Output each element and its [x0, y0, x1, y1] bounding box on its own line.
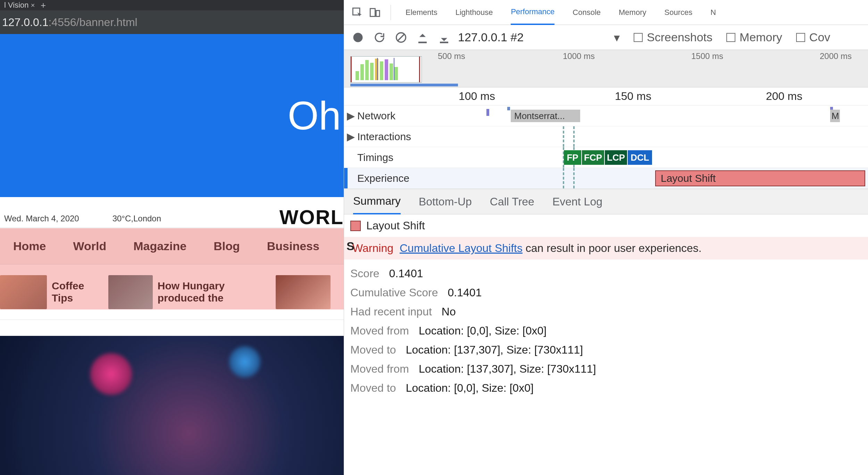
- kv-key: Score: [350, 267, 379, 280]
- tab-title: l Vision: [4, 1, 29, 10]
- ruler-tick: 200 ms: [766, 90, 802, 103]
- tab-call-tree[interactable]: Call Tree: [490, 189, 534, 214]
- checkbox-icon: [634, 33, 643, 42]
- nav-more[interactable]: S: [347, 239, 354, 253]
- cls-link[interactable]: Cumulative Layout Shifts: [400, 242, 523, 254]
- close-icon[interactable]: ×: [31, 1, 35, 9]
- summary-panel: Layout Shift Warning Cumulative Layout S…: [344, 214, 868, 475]
- network-row[interactable]: ▶ Network Montserrat... M: [344, 105, 868, 126]
- network-item[interactable]: Montserrat...: [511, 110, 580, 122]
- kv-val: 0.1401: [389, 267, 423, 280]
- ticker-thumb: [0, 275, 47, 309]
- tab-more[interactable]: N: [710, 0, 716, 25]
- ticker-title: How Hungary produced the: [158, 280, 267, 304]
- ticker-item[interactable]: How Hungary produced the: [108, 275, 267, 309]
- overview-tick: 1500 ms: [691, 51, 723, 61]
- download-icon[interactable]: [436, 30, 452, 45]
- timings-row[interactable]: ▶ Timings FP FCP LCP DCL: [344, 147, 868, 168]
- record-icon[interactable]: [350, 30, 366, 45]
- nav-blog[interactable]: Blog: [214, 239, 240, 253]
- kv-key: Moved to: [350, 343, 396, 356]
- row-label: Interactions: [357, 131, 411, 143]
- site-nav: Home World Magazine Blog Business S: [0, 228, 344, 264]
- browser-tabstrip: l Vision × +: [0, 0, 344, 10]
- svg-rect-6: [418, 42, 427, 43]
- layout-shift-bar[interactable]: Layout Shift: [655, 170, 865, 186]
- kv-val: Location: [137,307], Size: [730x111]: [406, 343, 583, 356]
- chevron-down-icon: ▾: [614, 31, 620, 44]
- upload-icon[interactable]: [415, 30, 430, 45]
- layout-shift-swatch-icon: [350, 221, 361, 231]
- row-label: Network: [357, 110, 395, 122]
- warning-rest: can result in poor user experiences.: [523, 242, 702, 254]
- screenshots-checkbox[interactable]: Screenshots: [634, 31, 712, 44]
- browser-tab[interactable]: l Vision ×: [0, 0, 37, 10]
- svg-point-3: [353, 33, 363, 42]
- timing-fp[interactable]: FP: [564, 150, 581, 165]
- expand-icon[interactable]: ▶: [346, 130, 355, 143]
- tab-memory[interactable]: Memory: [619, 0, 646, 25]
- ticker-thumb: [276, 275, 331, 309]
- clear-icon[interactable]: [393, 30, 409, 45]
- row-label: Timings: [357, 152, 393, 163]
- memory-checkbox[interactable]: Memory: [726, 31, 782, 44]
- devtools-tabbar: Elements Lighthouse Performance Console …: [344, 0, 868, 25]
- tab-performance[interactable]: Performance: [511, 0, 554, 25]
- kv-key: Moved to: [350, 382, 396, 395]
- kv-val: No: [442, 305, 456, 318]
- address-bar[interactable]: 127.0.0.1:4556/banner.html: [0, 10, 344, 34]
- network-item-short[interactable]: M: [830, 110, 840, 122]
- hero-banner: Oh: [0, 34, 344, 197]
- row-label: Experience: [357, 172, 409, 184]
- tab-summary[interactable]: Summary: [353, 189, 401, 214]
- overview-strip[interactable]: 500 ms 1000 ms 1500 ms 2000 ms: [344, 50, 868, 87]
- dateline-bar: Wed. March 4, 2020 30°C,London WORL: [0, 197, 344, 228]
- overview-tick: 2000 ms: [820, 51, 852, 61]
- device-toggle-icon[interactable]: [368, 6, 382, 19]
- overview-chart[interactable]: [350, 56, 422, 83]
- kv-key: Moved from: [350, 324, 409, 337]
- reload-icon[interactable]: [372, 30, 387, 45]
- weather-text: 30°C,London: [112, 214, 161, 223]
- nav-world[interactable]: World: [73, 239, 106, 253]
- nav-business[interactable]: Business: [267, 239, 319, 253]
- rendered-page: Oh Wed. March 4, 2020 30°C,London WORL H…: [0, 34, 344, 475]
- nav-magazine[interactable]: Magazine: [133, 239, 186, 253]
- tab-elements[interactable]: Elements: [406, 0, 437, 25]
- ticker-item[interactable]: [276, 275, 335, 309]
- tab-event-log[interactable]: Event Log: [552, 189, 602, 214]
- ruler-tick: 150 ms: [615, 90, 651, 103]
- tab-console[interactable]: Console: [573, 0, 601, 25]
- timing-lcp[interactable]: LCP: [605, 150, 627, 165]
- nav-home[interactable]: Home: [13, 239, 46, 253]
- kv-val: Location: [0,0], Size: [0x0]: [406, 382, 534, 395]
- inspect-icon[interactable]: [350, 6, 364, 19]
- warning-label: Warning: [352, 242, 393, 255]
- new-tab-button[interactable]: +: [37, 0, 50, 10]
- hero-text: Oh: [288, 93, 341, 138]
- address-path: :4556/banner.html: [48, 16, 137, 29]
- expand-icon[interactable]: ▶: [346, 110, 355, 122]
- timing-fcp[interactable]: FCP: [582, 150, 604, 165]
- ticker-item[interactable]: Coffee Tips: [0, 275, 100, 309]
- interactions-row[interactable]: ▶ Interactions: [344, 126, 868, 147]
- svg-rect-7: [440, 42, 448, 43]
- recording-select-label: 127.0.0.1 #2: [458, 31, 524, 44]
- address-host: 127.0.0.1: [2, 16, 48, 29]
- recording-select[interactable]: 127.0.0.1 #2 ▾: [458, 31, 620, 44]
- tab-sources[interactable]: Sources: [665, 0, 693, 25]
- kv-val: Location: [0,0], Size: [0x0]: [419, 324, 546, 337]
- browser-pane: l Vision × + 127.0.0.1:4556/banner.html …: [0, 0, 344, 475]
- svg-rect-1: [370, 8, 375, 16]
- overview-tick: 500 ms: [438, 51, 465, 61]
- timing-dcl[interactable]: DCL: [628, 150, 652, 165]
- tab-bottom-up[interactable]: Bottom-Up: [419, 189, 472, 214]
- svg-rect-2: [376, 10, 379, 16]
- date-text: Wed. March 4, 2020: [4, 214, 79, 223]
- kv-val: Location: [137,307], Size: [730x111]: [419, 363, 596, 375]
- story-ticker: Coffee Tips How Hungary produced the: [0, 264, 344, 320]
- experience-row[interactable]: ▶ Experience Layout Shift: [344, 168, 868, 189]
- coverage-checkbox[interactable]: Cov: [796, 31, 830, 44]
- summary-tabbar: Summary Bottom-Up Call Tree Event Log: [344, 189, 868, 214]
- tab-lighthouse[interactable]: Lighthouse: [456, 0, 493, 25]
